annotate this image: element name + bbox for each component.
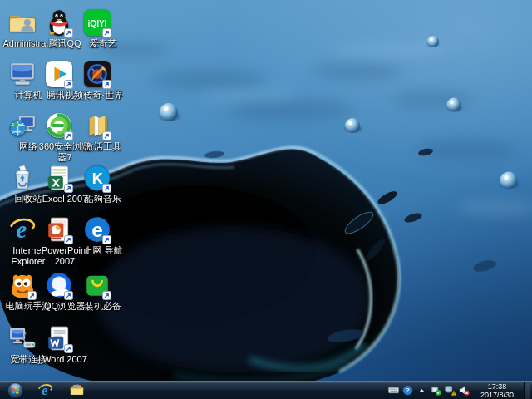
- clock-date: 2017/8/30: [475, 391, 519, 399]
- icon-label: 酷狗音乐: [74, 194, 132, 204]
- mobile-game-icon: [8, 271, 48, 299]
- shortcut-arrow-overlay: [64, 291, 73, 300]
- shortcut-arrow-overlay: [64, 344, 73, 353]
- computer-icon: [8, 60, 48, 88]
- shortcut-arrow-overlay: [64, 131, 73, 140]
- windows-orb-icon: [7, 382, 24, 399]
- word-icon: [45, 324, 85, 352]
- system-tray: ? 17:38 2017/8/30: [387, 382, 532, 399]
- tencent-video-icon: [45, 60, 85, 88]
- windows-explorer-taskbar[interactable]: [66, 382, 87, 399]
- icon-label: 传奇·世界: [74, 90, 132, 101]
- taskbar-clock[interactable]: 17:38 2017/8/30: [475, 382, 519, 399]
- network-warning-icon[interactable]: [444, 385, 456, 397]
- desktop-icon-360-secure-browser[interactable]: 360安全浏览器7: [45, 111, 85, 163]
- shortcut-arrow-overlay: [102, 184, 111, 193]
- desktop-icon-activation-tool[interactable]: 激活工具: [83, 111, 123, 152]
- internet-explorer-taskbar[interactable]: e: [34, 382, 56, 399]
- explorer-folder-icon: [69, 382, 85, 398]
- ie-icon: e: [8, 215, 48, 244]
- shortcut-arrow-overlay: [102, 28, 111, 37]
- start-button[interactable]: [4, 382, 26, 399]
- user-folder-icon: [8, 8, 48, 37]
- app-bag-icon: [83, 271, 123, 299]
- icon-label: 爱奇艺: [74, 38, 132, 49]
- icon-label: Word 2007: [36, 354, 94, 365]
- icon-label: 装机必备: [74, 301, 132, 312]
- shortcut-arrow-overlay: [102, 80, 111, 89]
- clock-time: 17:38: [475, 382, 519, 391]
- svg-text:K: K: [92, 170, 103, 187]
- qq-penguin-icon: [45, 8, 85, 37]
- desktop-icon-web-navigation[interactable]: e 上网 导航: [83, 215, 123, 256]
- broadband-icon: [8, 324, 48, 352]
- icon-label: 上网 导航: [74, 245, 132, 256]
- desktop-icon-legend-world-game[interactable]: 传奇·世界: [83, 60, 123, 101]
- shortcut-arrow-overlay: [64, 184, 73, 193]
- desktop-icon-area: Administra... 腾讯QQ iQIYI 爱奇艺 计算机 腾讯视频 传奇…: [0, 0, 532, 381]
- shortcut-arrow-overlay: [64, 80, 73, 89]
- game-icon: [83, 60, 123, 88]
- powerpoint-icon: [45, 215, 85, 244]
- show-desktop-button[interactable]: [524, 382, 530, 399]
- svg-text:?: ?: [406, 387, 410, 394]
- shortcut-arrow-overlay: [102, 291, 111, 300]
- shortcut-arrow-overlay: [102, 131, 111, 140]
- open-folder-icon: [83, 111, 123, 140]
- qq-browser-icon: [45, 271, 85, 299]
- desktop-icon-kugou-music[interactable]: K 酷狗音乐: [83, 164, 123, 204]
- svg-text:e: e: [91, 219, 103, 241]
- excel-icon: [45, 164, 85, 192]
- help-question-icon[interactable]: ?: [401, 385, 413, 397]
- desktop-icon-word-2007[interactable]: Word 2007: [45, 324, 85, 365]
- desktop-icon-essential-apps[interactable]: 装机必备: [83, 271, 123, 312]
- windows-desktop: { "desktop": { "icons": [ {"name":"admin…: [0, 0, 532, 399]
- icon-label: 激活工具: [74, 141, 132, 152]
- shortcut-arrow-overlay: [102, 235, 111, 244]
- input-keyboard-icon[interactable]: [387, 385, 399, 397]
- recycle-bin-icon: [8, 164, 48, 192]
- volume-muted-icon[interactable]: [458, 385, 470, 397]
- shortcut-arrow-overlay: [27, 291, 37, 300]
- shortcut-arrow-overlay: [64, 28, 73, 37]
- desktop-icon-powerpoint-2007[interactable]: PowerPoint 2007: [45, 215, 85, 267]
- desktop-icon-iqiyi[interactable]: iQIYI 爱奇艺: [83, 8, 123, 49]
- ie-icon: e: [37, 382, 53, 398]
- iqiyi-icon: iQIYI: [83, 8, 123, 37]
- hidden-icons-arrow[interactable]: [416, 385, 427, 397]
- pinned-taskbar-icons: e: [34, 382, 87, 399]
- svg-text:iQIYI: iQIYI: [88, 19, 107, 28]
- safely-remove-check-icon[interactable]: [430, 385, 441, 397]
- taskbar: e ? 17:38 2017/8/30: [0, 381, 532, 399]
- shortcut-arrow-overlay: [64, 235, 73, 244]
- kugou-icon: K: [83, 164, 123, 192]
- browser-360-icon: [45, 111, 85, 140]
- navigation-e-icon: e: [83, 215, 123, 244]
- network-icon: [8, 111, 48, 140]
- tray-icons: ?: [387, 385, 470, 397]
